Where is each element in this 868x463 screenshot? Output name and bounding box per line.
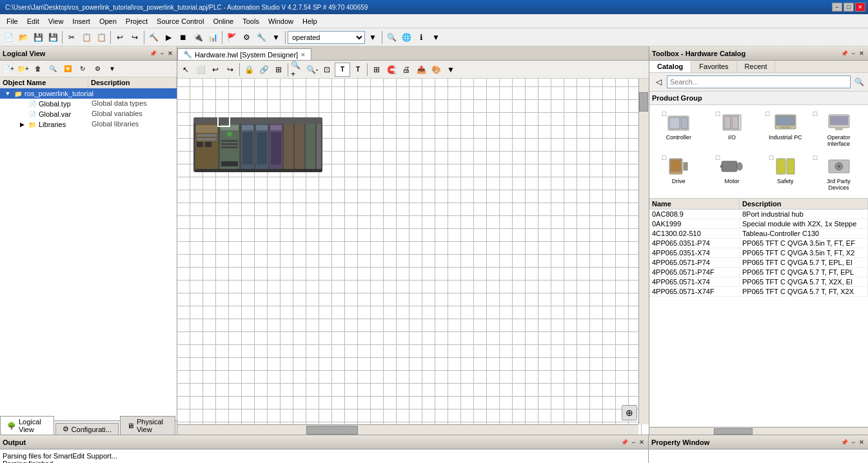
connect-button[interactable]: 🔌 <box>191 30 205 44</box>
catalog-item-controller[interactable]: ☐ Controller <box>653 109 704 150</box>
mode-combo[interactable]: operated service restricted <box>288 31 365 44</box>
lv-search-btn[interactable]: 🔍 <box>46 62 60 76</box>
catalog-row-4pp065-0351-x74[interactable]: 4PP065.0351-X74 PP065 TFT C QVGA 3.5in T… <box>649 248 868 258</box>
open-button[interactable]: 📂 <box>16 30 30 44</box>
search-go-btn[interactable]: 🔍 <box>852 75 866 89</box>
catalog-row-4pp065-0351-p74[interactable]: 4PP065.0351-P74 PP065 TFT C QVGA 3.5in T… <box>649 239 868 248</box>
canvas-text2-btn[interactable]: T <box>351 63 365 77</box>
combo-dropdown[interactable]: ▼ <box>366 30 380 44</box>
hardware-tab-close[interactable]: ✕ <box>301 52 306 58</box>
monitor-button[interactable]: 📊 <box>206 30 220 44</box>
info-btn[interactable]: ℹ <box>414 30 428 44</box>
toolbox-minimize[interactable]: − <box>851 50 856 57</box>
browser-btn[interactable]: 🌐 <box>399 30 413 44</box>
canvas-fit[interactable]: ⊡ <box>320 63 334 77</box>
canvas-paint-btn[interactable]: 🎨 <box>429 63 443 77</box>
catalog-item-motor[interactable]: ☐ Motor <box>707 153 758 194</box>
close-button[interactable]: ✕ <box>855 3 865 12</box>
lv-new-btn[interactable]: 📄+ <box>1 62 15 76</box>
hardware-image[interactable] <box>190 111 326 190</box>
catalog-row-4pp065-0571-p74[interactable]: 4PP065.0571-P74 PP065 TFT C QVGA 5.7 T, … <box>649 258 868 268</box>
lv-filter-btn[interactable]: 🔽 <box>61 62 75 76</box>
more-btn[interactable]: ▼ <box>269 30 283 44</box>
menu-edit[interactable]: Edit <box>23 16 43 26</box>
catalog-row-4pp065-0571-p74f[interactable]: 4PP065.0571-P74F PP065 TFT C QVGA 5.7 T,… <box>649 268 868 277</box>
logical-view-close[interactable]: ✕ <box>166 50 174 57</box>
canvas-redo-btn[interactable]: ↪ <box>223 63 237 77</box>
menu-help[interactable]: Help <box>299 16 321 26</box>
catalog-row-4pp065-0571-x74f[interactable]: 4PP065.0571-X74F PP065 TFT C QVGA 5.7 T,… <box>649 287 868 297</box>
canvas-layout-btn[interactable]: ⊞ <box>271 63 286 77</box>
menu-project[interactable]: Project <box>122 16 152 26</box>
more-btn-2[interactable]: ▼ <box>429 30 443 44</box>
toolbox-close[interactable]: ✕ <box>858 50 865 57</box>
canvas-connect-btn[interactable]: 🔗 <box>257 63 271 77</box>
tree-item-libraries[interactable]: ▶ 📁 Libraries Global libraries <box>0 119 177 130</box>
canvas-text-btn[interactable]: T <box>335 63 350 77</box>
canvas-grid-btn[interactable]: ⊞ <box>370 63 384 77</box>
lv-refresh-btn[interactable]: ↻ <box>75 62 90 76</box>
expand-root[interactable]: ▼ <box>3 90 13 97</box>
paste-button[interactable]: 📋 <box>94 30 108 44</box>
lv-settings-btn[interactable]: ⚙ <box>90 62 104 76</box>
canvas-select-btn[interactable]: ⬜ <box>193 63 208 77</box>
canvas-undo-btn[interactable]: ↩ <box>208 63 222 77</box>
search-back-btn[interactable]: ◁ <box>651 75 666 89</box>
tab-physical-view[interactable]: 🖥 Physical View <box>120 416 175 435</box>
property-pin[interactable]: 📌 <box>840 439 849 446</box>
catalog-row-4pp065-0571-x74[interactable]: 4PP065.0571-X74 PP065 TFT C QVGA 5.7 T, … <box>649 277 868 287</box>
copy-button[interactable]: 📋 <box>79 30 94 44</box>
tools-button-2[interactable]: 🔧 <box>254 30 268 44</box>
tab-catalog[interactable]: Catalog <box>649 61 691 72</box>
canvas-vscroll[interactable] <box>638 79 649 424</box>
minimize-button[interactable]: − <box>832 3 842 12</box>
toolbox-pin[interactable]: 📌 <box>840 50 849 57</box>
canvas-area[interactable]: ⊕ <box>177 79 649 435</box>
hardware-tab[interactable]: 🔧 Hardware.hwl [System Designer] ✕ <box>177 48 311 60</box>
restore-button[interactable]: □ <box>843 3 854 12</box>
canvas-hscroll[interactable] <box>177 424 638 435</box>
zoom-button[interactable]: ⊕ <box>622 405 637 420</box>
catalog-item-3rd-party[interactable]: ☐ 3rd Party Devices <box>813 153 864 194</box>
catalog-row-0ak1999[interactable]: 0AK1999 Special module with X2X, 1x Step… <box>649 219 868 229</box>
canvas-pointer-btn[interactable]: ↖ <box>179 63 193 77</box>
catalog-item-safety[interactable]: ☐ Safety <box>760 153 811 194</box>
tree-item-root[interactable]: ▼ 📁 ros_powerlink_tutorial <box>0 88 177 99</box>
search-input[interactable] <box>667 75 851 88</box>
tab-recent[interactable]: Recent <box>737 61 776 72</box>
menu-tools[interactable]: Tools <box>239 16 263 26</box>
expand-libraries[interactable]: ▶ <box>17 121 27 128</box>
tab-configuration[interactable]: ⚙ Configurati... <box>55 423 119 435</box>
menu-online[interactable]: Online <box>209 16 237 26</box>
save-button[interactable]: 💾 <box>31 30 45 44</box>
catalog-row-0ac808[interactable]: 0AC808.9 8Port industrial hub <box>649 210 868 219</box>
property-minimize[interactable]: − <box>851 439 856 446</box>
menu-source-control[interactable]: Source Control <box>153 16 208 26</box>
lv-folder-btn[interactable]: 📁+ <box>16 62 30 76</box>
catalog-item-io[interactable]: ☐ I/O <box>707 109 758 150</box>
search-btn[interactable]: 🔍 <box>384 30 399 44</box>
catalog-item-drive[interactable]: ☐ Drive <box>653 153 704 194</box>
cut-button[interactable]: ✂ <box>64 30 79 44</box>
catalog-item-operator-interface[interactable]: ☐ Operator Interface <box>813 109 864 150</box>
lv-more-btn[interactable]: ▼ <box>105 62 119 76</box>
menu-view[interactable]: View <box>44 16 68 26</box>
undo-button[interactable]: ↩ <box>113 30 127 44</box>
property-close[interactable]: ✕ <box>858 439 865 446</box>
output-minimize[interactable]: − <box>631 439 636 446</box>
canvas-export-btn[interactable]: 📤 <box>414 63 428 77</box>
lv-delete-btn[interactable]: 🗑 <box>31 62 45 76</box>
run-button[interactable]: ▶ <box>161 30 175 44</box>
output-close[interactable]: ✕ <box>638 439 646 446</box>
canvas-zoom-in[interactable]: 🔍+ <box>290 63 304 77</box>
tree-item-globaltyp[interactable]: 📄 Global.typ Global data types <box>0 99 177 109</box>
flag-button[interactable]: 🚩 <box>224 30 239 44</box>
redo-button[interactable]: ↪ <box>128 30 142 44</box>
save-all-button[interactable]: 💾 <box>46 30 60 44</box>
gear-button[interactable]: ⚙ <box>239 30 253 44</box>
canvas-snap-btn[interactable]: 🧲 <box>384 63 399 77</box>
stop-button[interactable]: ⏹ <box>176 30 190 44</box>
catalog-item-industrial-pc[interactable]: ☐ Industrial PC <box>760 109 811 150</box>
catalog-row-4c1300[interactable]: 4C1300.02-510 Tableau-Controller C130 <box>649 229 868 239</box>
new-button[interactable]: 📄 <box>1 30 15 44</box>
